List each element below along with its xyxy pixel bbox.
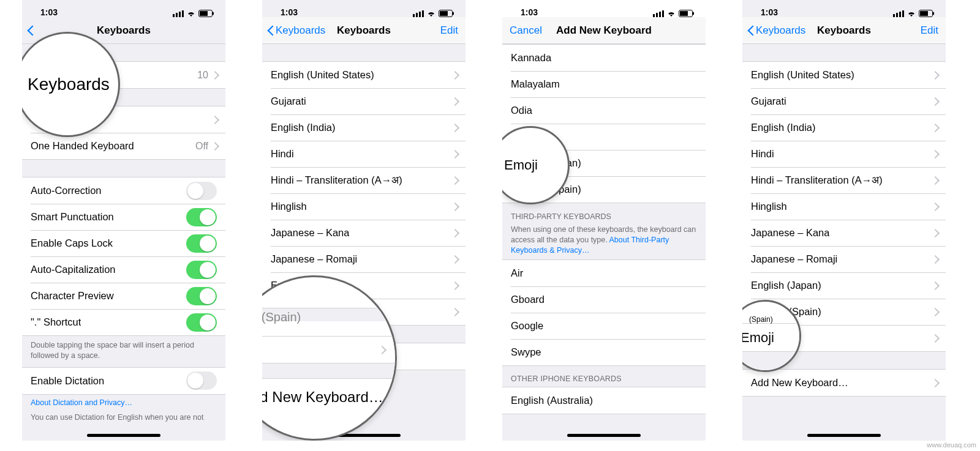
third-party-list: AirGboardGoogleSwype: [502, 259, 706, 366]
row-keyboard-item[interactable]: English (India): [262, 114, 466, 141]
row-label: Google: [511, 320, 543, 332]
group-title: THIRD-PARTY KEYBOARDS: [511, 212, 697, 222]
row-third-party-keyboard[interactable]: Air: [502, 260, 706, 286]
status-icons: [893, 10, 935, 17]
toggle[interactable]: [186, 261, 217, 279]
row-keyboard-item[interactable]: Hindi – Transliteration (A→अ): [742, 167, 946, 193]
home-indicator[interactable]: [567, 434, 641, 437]
row-keyboard-item[interactable]: English (India): [742, 114, 946, 141]
toggle[interactable]: [186, 313, 217, 332]
row-dot-shortcut[interactable]: "." Shortcut: [22, 309, 225, 335]
row-label: English (United States): [751, 69, 854, 81]
row-keyboard-item[interactable]: Gujarati: [262, 88, 466, 114]
svg-rect-10: [422, 10, 424, 17]
row-suggested-keyboard[interactable]: Odia: [502, 97, 706, 124]
cancel-button[interactable]: Cancel: [510, 17, 542, 44]
row-keyboard-item[interactable]: English (United States): [262, 62, 466, 88]
chevron-left-icon: [747, 24, 755, 37]
row-keyboard-item[interactable]: English (Japan): [742, 272, 946, 299]
row-third-party-keyboard[interactable]: Gboard: [502, 286, 706, 313]
row-label: English (India): [751, 122, 815, 133]
row-label: Add New Keyboard…: [751, 377, 848, 389]
phone-4: 1:03 Keyboards Keyboards Edit English (U…: [742, 0, 946, 441]
page-title: Keyboards: [337, 24, 391, 37]
back-button[interactable]: Keyboards: [267, 17, 325, 44]
signal-icon: [893, 10, 904, 17]
wifi-icon: [907, 10, 916, 17]
chevron-right-icon: [212, 116, 217, 124]
row-keyboard-item[interactable]: Gujarati: [742, 88, 946, 114]
row-label: Malayalam: [511, 78, 560, 90]
row-keyboard-item[interactable]: Japanese – Romaji: [262, 246, 466, 272]
back-button[interactable]: Keyboards: [747, 17, 805, 44]
row-keyboard-item[interactable]: Hinglish: [742, 193, 946, 220]
row-keyboard-item[interactable]: Hindi: [262, 141, 466, 167]
status-icons: [413, 10, 454, 17]
home-indicator[interactable]: [87, 434, 160, 437]
row-label: Japanese – Kana: [751, 227, 829, 239]
svg-rect-20: [693, 12, 694, 15]
chevron-right-icon: [212, 71, 217, 79]
row-keyboard-item[interactable]: Hindi – Transliteration (A→अ): [262, 167, 466, 193]
row-label: Gujarati: [751, 95, 786, 107]
row-caps-lock[interactable]: Enable Caps Lock: [22, 230, 225, 256]
dictation-privacy-link[interactable]: About Dictation and Privacy…: [22, 395, 225, 411]
magnifier-label: Emoji: [504, 157, 538, 173]
svg-rect-1: [176, 13, 178, 17]
svg-rect-8: [416, 13, 418, 17]
chevron-right-icon: [452, 281, 457, 289]
signal-icon: [653, 10, 664, 17]
row-other-keyboard[interactable]: English (Australia): [502, 387, 706, 414]
row-keyboard-item[interactable]: Hinglish: [262, 193, 466, 220]
status-bar: 1:03: [502, 0, 706, 17]
toggle[interactable]: [186, 208, 217, 226]
chevron-right-icon: [932, 379, 937, 387]
row-label: Gujarati: [271, 95, 306, 107]
row-keyboard-item[interactable]: Hindi: [742, 141, 946, 167]
chevron-right-icon: [932, 281, 937, 289]
edit-button[interactable]: Edit: [921, 17, 938, 44]
chevron-right-icon: [932, 255, 937, 263]
row-suggested-keyboard[interactable]: Kannada: [502, 45, 706, 71]
phone-2: 1:03 Keyboards Keyboards Edit English (U…: [262, 0, 466, 441]
chevron-right-icon: [452, 124, 457, 132]
edit-button[interactable]: Edit: [440, 17, 458, 44]
row-label: Auto-Correction: [31, 185, 102, 196]
back-button[interactable]: [27, 17, 36, 44]
row-label: Swype: [511, 346, 541, 358]
row-char-preview[interactable]: Character Preview: [22, 283, 225, 309]
magnifier-label: Emoji: [742, 324, 799, 352]
row-one-handed[interactable]: One Handed Keyboard Off: [22, 133, 225, 159]
home-indicator[interactable]: [807, 434, 881, 437]
row-enable-dictation[interactable]: Enable Dictation: [22, 368, 225, 394]
svg-rect-26: [920, 11, 928, 16]
wifi-icon: [666, 10, 676, 17]
status-time: 1:03: [761, 7, 778, 17]
watermark: www.deuaq.com: [927, 441, 976, 449]
row-add-keyboard[interactable]: Add New Keyboard…: [742, 370, 946, 396]
row-third-party-keyboard[interactable]: Google: [502, 313, 706, 339]
status-bar: 1:03: [742, 0, 946, 17]
svg-rect-23: [899, 12, 901, 17]
row-auto-cap[interactable]: Auto-Capitalization: [22, 256, 225, 283]
toggle[interactable]: [186, 287, 217, 305]
navbar: Keyboards Keyboards Edit: [262, 17, 466, 44]
row-keyboard-item[interactable]: Japanese – Kana: [742, 220, 946, 246]
chevron-left-icon: [27, 24, 34, 37]
row-keyboard-item[interactable]: English (United States): [742, 62, 946, 88]
toggle[interactable]: [186, 371, 217, 390]
toggle[interactable]: [186, 182, 217, 200]
status-bar: 1:03: [262, 0, 466, 17]
row-third-party-keyboard[interactable]: Swype: [502, 339, 706, 365]
toggle[interactable]: [186, 234, 217, 253]
row-suggested-keyboard[interactable]: Malayalam: [502, 71, 706, 97]
chevron-right-icon: [452, 176, 457, 184]
row-smart-punctuation[interactable]: Smart Punctuation: [22, 204, 225, 230]
row-auto-correction[interactable]: Auto-Correction: [22, 177, 225, 204]
row-keyboard-item[interactable]: Japanese – Romaji: [742, 246, 946, 272]
chevron-right-icon: [932, 229, 937, 237]
page-title: Keyboards: [97, 24, 151, 37]
status-icons: [653, 10, 695, 17]
row-label: Smart Punctuation: [31, 211, 114, 223]
row-keyboard-item[interactable]: Japanese – Kana: [262, 220, 466, 246]
